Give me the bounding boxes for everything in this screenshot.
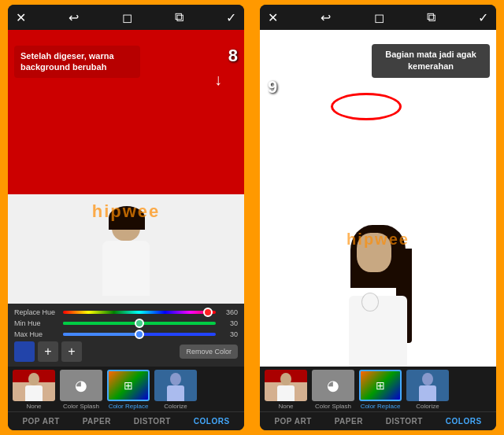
- thumb-label-colorize: Colorize: [164, 403, 187, 410]
- right-screen: ✕ ↩ ◻ ⧉ ✓: [260, 5, 496, 430]
- thumb-replace-left[interactable]: ⊞ Color Replace: [106, 370, 151, 410]
- person-head: [112, 209, 140, 241]
- min-hue-value: 30: [219, 319, 238, 327]
- right-face: [357, 233, 391, 272]
- thumb-label-none-r: None: [278, 403, 293, 410]
- person-hair: [109, 206, 145, 230]
- mini-person-none-r: [265, 370, 307, 401]
- thumb-label-splash-r: Color Splash: [315, 403, 351, 410]
- check-icon[interactable]: ✓: [226, 10, 236, 25]
- close-icon-right[interactable]: ✕: [268, 10, 278, 25]
- arrow-icon: ↓: [214, 71, 222, 89]
- left-main-image: Setelah digeser, warna background beruba…: [8, 30, 244, 304]
- close-icon[interactable]: ✕: [16, 10, 26, 25]
- eraser-icon[interactable]: ◻: [122, 10, 132, 25]
- thumb-label-splash: Color Splash: [63, 403, 99, 410]
- mini-head-c: [170, 373, 181, 385]
- thumb-none-left[interactable]: None: [11, 370, 57, 410]
- mini-body-r: [277, 385, 295, 401]
- thumb-img-none: [13, 370, 55, 401]
- person-figure: [94, 209, 158, 304]
- thumb-splash-left[interactable]: ◕ Color Splash: [58, 370, 104, 410]
- thumb-label-replace: Color Replace: [109, 403, 149, 410]
- step-number-left: 8: [228, 46, 238, 66]
- copy-icon-right[interactable]: ⧉: [427, 10, 435, 24]
- left-screen: ✕ ↩ ◻ ⧉ ✓ Setelah digeser, warna backgro…: [8, 5, 244, 430]
- right-main-image: Bagian mata jadi agak kemerahan 9 hipwee: [260, 30, 496, 367]
- right-body: [349, 296, 407, 367]
- thumb-label-replace-r: Color Replace: [361, 403, 401, 410]
- max-hue-track[interactable]: [63, 333, 216, 336]
- controls-panel: Replace Hue 360 Min Hue 30 Max Hue: [8, 304, 244, 367]
- mini-body: [25, 385, 43, 401]
- min-hue-track[interactable]: [63, 322, 216, 325]
- mini-body-c: [167, 385, 184, 401]
- right-panel: ✕ ↩ ◻ ⧉ ✓: [252, 0, 504, 435]
- remove-color-btn[interactable]: Remove Color: [180, 345, 238, 359]
- undo-icon-right[interactable]: ↩: [321, 10, 331, 25]
- nav-paper-left[interactable]: PAPER: [83, 417, 111, 426]
- thumb-img-splash: ◕: [60, 370, 102, 401]
- thumb-img-splash-r: ◕: [312, 370, 354, 401]
- mini-head: [28, 373, 39, 385]
- thumb-none-right[interactable]: None: [263, 370, 309, 410]
- replace-hue-row: Replace Hue 360: [14, 308, 238, 316]
- thumb-img-replace: ⊞: [107, 370, 150, 401]
- thumb-colorize-right[interactable]: Colorize: [405, 370, 450, 410]
- left-bottom-nav: POP ART PAPER DISTORT COLORS: [8, 411, 244, 430]
- color-swatch-blue[interactable]: [14, 341, 35, 362]
- undo-icon[interactable]: ↩: [69, 10, 79, 25]
- right-collar: [361, 293, 379, 312]
- max-hue-label: Max Hue: [14, 330, 60, 338]
- replace-hue-label: Replace Hue: [14, 308, 60, 316]
- thumb-img-none-r: [265, 370, 307, 401]
- nav-distort-right[interactable]: DISTORT: [386, 417, 423, 426]
- nav-distort-left[interactable]: DISTORT: [134, 417, 171, 426]
- mini-person-colorize-r: [406, 370, 449, 401]
- color-buttons-row: + + Remove Color: [14, 341, 238, 362]
- eraser-icon-right[interactable]: ◻: [374, 10, 384, 25]
- thumb-replace-right[interactable]: ⊞ Color Replace: [358, 370, 403, 410]
- replace-hue-value: 360: [219, 308, 238, 316]
- mini-body-cr: [419, 385, 436, 401]
- nav-colors-left[interactable]: COLORS: [194, 417, 230, 426]
- thumb-img-replace-r: ⊞: [359, 370, 402, 401]
- mini-head-cr: [422, 373, 433, 385]
- max-hue-value: 30: [219, 330, 238, 338]
- thumb-colorize-left[interactable]: Colorize: [153, 370, 198, 410]
- right-bottom-nav: POP ART PAPER DISTORT COLORS: [260, 411, 496, 430]
- step-number-right: 9: [268, 77, 277, 98]
- check-icon-right[interactable]: ✓: [478, 10, 488, 25]
- thumb-splash-right[interactable]: ◕ Color Splash: [310, 370, 356, 410]
- annotation-box-left: Setelah digeser, warna background beruba…: [14, 46, 140, 78]
- thumb-img-colorize-r: [406, 370, 449, 401]
- thumb-img-colorize: [154, 370, 197, 401]
- annotation-box-right: Bagian mata jadi agak kemerahan: [372, 44, 490, 78]
- thumb-label-colorize-r: Colorize: [416, 403, 439, 410]
- min-hue-row: Min Hue 30: [14, 319, 238, 327]
- nav-pop-art-left[interactable]: POP ART: [22, 417, 59, 426]
- replace-hue-track[interactable]: [63, 311, 216, 314]
- left-panel: ✕ ↩ ◻ ⧉ ✓ Setelah digeser, warna backgro…: [0, 0, 252, 435]
- mini-head-r: [280, 373, 291, 385]
- right-thumbnail-strip: None ◕ Color Splash ⊞ Color Replace: [260, 367, 496, 411]
- person-body: [102, 241, 150, 296]
- nav-pop-art-right[interactable]: POP ART: [274, 417, 311, 426]
- max-hue-row: Max Hue 30: [14, 330, 238, 338]
- copy-icon[interactable]: ⧉: [175, 10, 183, 24]
- nav-colors-right[interactable]: COLORS: [446, 417, 482, 426]
- add-color-btn-2[interactable]: +: [61, 341, 82, 362]
- nav-paper-right[interactable]: PAPER: [335, 417, 363, 426]
- right-toolbar: ✕ ↩ ◻ ⧉ ✓: [260, 5, 496, 30]
- left-thumbnail-strip: None ◕ Color Splash ⊞ Color Replace: [8, 367, 244, 411]
- min-hue-label: Min Hue: [14, 319, 60, 327]
- right-person-figure: [343, 225, 413, 367]
- add-color-btn-1[interactable]: +: [38, 341, 58, 362]
- mini-person-colorize: [154, 370, 197, 401]
- mini-person-none: [13, 370, 55, 401]
- left-toolbar: ✕ ↩ ◻ ⧉ ✓: [8, 5, 244, 30]
- thumb-label-none: None: [26, 403, 41, 410]
